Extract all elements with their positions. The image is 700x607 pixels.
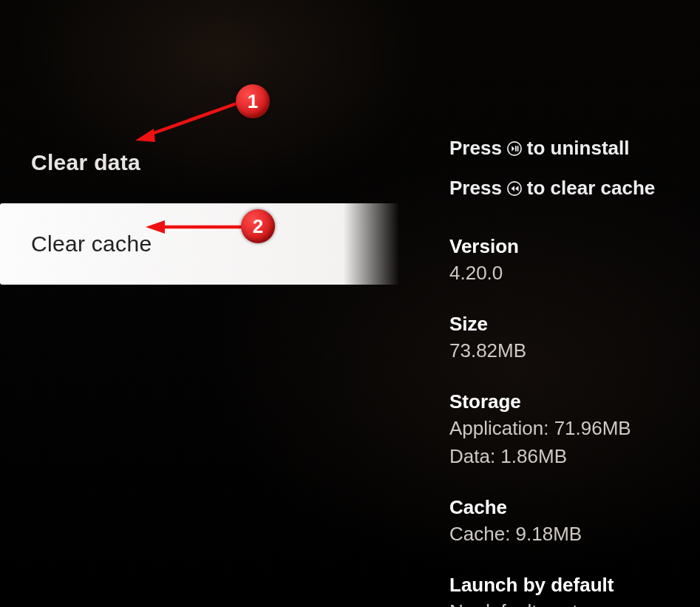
info-label: Version [449, 235, 693, 258]
annotation-number: 1 [248, 90, 258, 113]
svg-marker-6 [515, 186, 519, 191]
info-value: 73.82MB [449, 338, 693, 364]
info-label: Size [449, 313, 693, 336]
info-size: Size 73.82MB [449, 313, 693, 364]
hint-uninstall: Press to uninstall [449, 136, 693, 161]
hint-prefix: Press [449, 176, 502, 201]
info-version: Version 4.20.0 [449, 235, 693, 286]
annotation-number: 2 [253, 215, 263, 238]
app-details-panel: Press to uninstall Press to cl [449, 136, 693, 607]
svg-marker-5 [511, 186, 514, 191]
svg-line-7 [149, 104, 237, 135]
annotation-badge-1: 1 [236, 84, 270, 118]
annotation-arrow-2 [144, 219, 248, 237]
hint-prefix: Press [449, 136, 502, 161]
play-pause-button-icon [506, 140, 523, 157]
info-launch-by-default: Launch by default No defaults set. [449, 574, 693, 607]
info-value: Cache: 9.18MB [449, 521, 693, 547]
svg-rect-3 [517, 146, 519, 151]
rewind-button-icon [506, 180, 523, 197]
hint-suffix: to clear cache [527, 176, 655, 201]
menu-item-clear-cache[interactable]: Clear cache [0, 203, 399, 285]
info-label: Cache [449, 496, 693, 519]
info-value: No defaults set. [449, 599, 693, 607]
annotation-badge-2: 2 [241, 209, 275, 243]
svg-marker-1 [512, 146, 514, 151]
menu-item-label: Clear cache [31, 231, 152, 257]
hint-clear-cache: Press to clear cache [449, 176, 693, 201]
svg-rect-2 [515, 146, 517, 151]
info-storage: Storage Application: 71.96MB Data: 1.86M… [449, 390, 693, 469]
info-value: 4.20.0 [449, 260, 693, 286]
svg-marker-10 [146, 220, 165, 234]
menu-item-label: Clear data [31, 150, 140, 175]
hint-suffix: to uninstall [527, 136, 630, 161]
info-value-data: Data: 1.86MB [449, 444, 693, 469]
svg-marker-8 [135, 129, 155, 142]
info-cache: Cache Cache: 9.18MB [449, 496, 693, 547]
info-label: Storage [449, 390, 693, 413]
info-label: Launch by default [449, 574, 693, 597]
annotation-arrow-1 [133, 96, 244, 148]
info-value-application: Application: 71.96MB [449, 416, 693, 441]
